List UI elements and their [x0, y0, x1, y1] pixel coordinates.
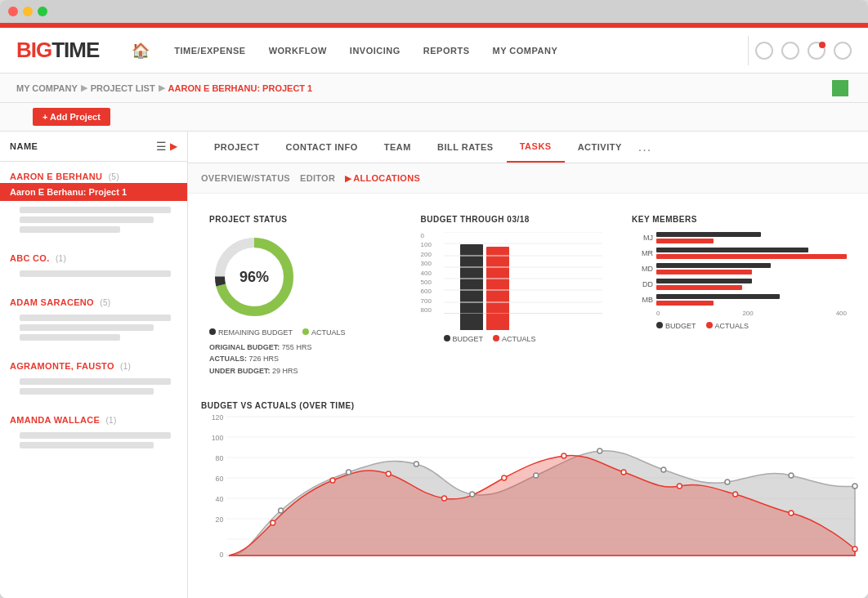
project-status-title: PROJECT STATUS — [209, 215, 391, 224]
subtab-allocations[interactable]: ALLOCATIONS — [353, 170, 430, 186]
sidebar-group-abcco: ABC CO. (1) — [0, 243, 187, 288]
svg-text:0: 0 — [219, 551, 223, 559]
sidebar-placeholder — [20, 378, 171, 385]
nav-icon-search[interactable] — [755, 42, 773, 60]
nav-icon-settings[interactable] — [834, 42, 852, 60]
donut-chart: 96% — [209, 232, 299, 322]
datapoint-budget — [789, 473, 794, 478]
sidebar-placeholder — [20, 207, 171, 213]
subtab-bar: OVERVIEW/STATUS EDITOR ▶ ALLOCATIONS — [188, 163, 868, 194]
donut-legend: REMAINING BUDGET ACTUALS — [209, 328, 346, 337]
area-chart-wrap: 120 100 80 60 40 20 0 — [201, 417, 855, 564]
hbar-row-mj: MJ — [638, 232, 847, 243]
remaining-legend: REMAINING BUDGET — [209, 328, 293, 337]
sidebar-group-title-abcco[interactable]: ABC CO. (1) — [0, 248, 187, 265]
budget-chart-title: BUDGET THROUGH 03/18 — [421, 215, 603, 224]
sidebar-arrow-icon: ▶ — [170, 141, 177, 152]
sidebar-name-label: NAME — [10, 141, 151, 151]
tab-bill-rates[interactable]: BILL RATES — [424, 132, 507, 162]
minimize-btn[interactable] — [23, 7, 33, 16]
tab-more-icon[interactable]: ... — [638, 140, 651, 154]
hbar-row-dd: DD — [638, 279, 847, 290]
datapoint — [852, 547, 857, 551]
tab-project[interactable]: PROJECT — [201, 132, 272, 162]
nav-icons — [755, 42, 852, 60]
sidebar-group-title-agramonte[interactable]: AGRAMONTE, FAUSTO (1) — [0, 356, 187, 373]
hbar-chart-wrap: MJ MR — [632, 232, 847, 330]
sidebar-group-title-amanda[interactable]: AMANDA WALLACE (1) — [0, 410, 187, 426]
nav-reports[interactable]: REPORTS — [412, 46, 481, 56]
nav-invoicing[interactable]: INVOICING — [338, 46, 412, 56]
sidebar-group-title-aaron[interactable]: AARON E BERHANU (5) — [0, 167, 187, 183]
nav-icon-notifications[interactable] — [808, 42, 825, 60]
hbar-actuals-md — [656, 270, 751, 274]
main-content: NAME ☰ ▶ AARON E BERHANU (5) Aaron E Ber… — [0, 132, 868, 598]
hbar-row-mb: MB — [638, 294, 847, 306]
add-project-button[interactable]: + Add Project — [33, 108, 110, 126]
datapoint — [677, 484, 682, 489]
sidebar-placeholder — [20, 334, 120, 341]
datapoint-budget — [534, 473, 539, 478]
bar-chart-area: 800 700 600 500 400 300 200 100 0 — [421, 232, 603, 330]
sidebar-placeholder — [20, 442, 154, 448]
tab-contact-info[interactable]: CONTACT INFO — [272, 132, 370, 162]
hbar-budget-mj — [656, 232, 761, 237]
nav-icon-user[interactable] — [781, 42, 799, 60]
hbar-bars-dd — [656, 279, 847, 290]
project-status-card: PROJECT STATUS — [201, 207, 400, 385]
hbar-budget-dd — [656, 279, 751, 283]
hbar-legend: BUDGET ACTUALS — [638, 322, 847, 330]
content-area: PROJECT CONTACT INFO TEAM BILL RATES TAS… — [188, 132, 868, 598]
subtab-editor[interactable]: EDITOR — [300, 170, 345, 186]
green-square — [832, 80, 848, 96]
logo-time: TIME — [51, 38, 99, 63]
area-actuals — [229, 456, 855, 556]
hbar-actuals-mj — [656, 239, 714, 243]
add-project-row: + Add Project — [0, 103, 868, 132]
breadcrumb-sep-2: ▶ — [159, 83, 165, 93]
bar-legend: BUDGET ACTUALS — [421, 335, 603, 343]
sidebar-item-aaron-project1[interactable]: Aaron E Berhanu: Project 1 — [0, 183, 187, 201]
breadcrumb-project-name: AARON E BERHANU: PROJECT 1 — [168, 83, 313, 93]
hbar-actuals-mb — [656, 301, 714, 306]
sidebar-list-icon[interactable]: ☰ — [156, 140, 167, 153]
tab-activity[interactable]: ACTIVITY — [565, 132, 635, 162]
dashboard: PROJECT STATUS — [188, 194, 868, 598]
actuals-legend: ACTUALS — [302, 328, 346, 337]
home-icon[interactable]: 🏠 — [132, 42, 150, 60]
datapoint-budget — [725, 480, 730, 484]
key-members-card: KEY MEMBERS MJ — [624, 207, 855, 385]
nav-workflow[interactable]: WORKFLOW — [257, 46, 338, 56]
sidebar-group-title-adam[interactable]: ADAM SARACENO (5) — [0, 292, 187, 309]
nav-my-company[interactable]: MY COMPANY — [481, 46, 569, 56]
sidebar-placeholder — [20, 324, 154, 331]
hbar-row-mr: MR — [638, 248, 847, 259]
subtab-overview[interactable]: OVERVIEW/STATUS — [201, 170, 300, 186]
sidebar-header: NAME ☰ ▶ — [0, 132, 187, 162]
sidebar-placeholder — [20, 270, 171, 277]
maximize-btn[interactable] — [38, 7, 47, 16]
hbar-bars-mj — [656, 232, 847, 243]
hbar-label-mr: MR — [638, 249, 653, 257]
datapoint — [733, 492, 738, 497]
hbar-actuals-mr — [656, 254, 847, 259]
svg-text:80: 80 — [216, 454, 224, 462]
sidebar-group-adam: ADAM SARACENO (5) — [0, 288, 187, 351]
nav-time-expense[interactable]: TIME/EXPENSE — [163, 46, 257, 56]
bar-grid-svg — [444, 232, 603, 314]
sidebar-placeholder — [20, 315, 171, 321]
datapoint — [386, 471, 391, 476]
budget-legend: BUDGET — [444, 335, 484, 343]
tab-bar: PROJECT CONTACT INFO TEAM BILL RATES TAS… — [188, 132, 868, 163]
tab-tasks[interactable]: TASKS — [507, 132, 565, 163]
close-btn[interactable] — [8, 7, 18, 16]
tab-team[interactable]: TEAM — [371, 132, 424, 162]
app-window: BIGTIME 🏠 TIME/EXPENSE WORKFLOW INVOICIN… — [0, 0, 868, 598]
hbar-actuals-dd — [656, 285, 742, 290]
breadcrumb-project-list[interactable]: PROJECT LIST — [91, 83, 155, 93]
budget-chart-card: BUDGET THROUGH 03/18 800 700 600 500 400… — [413, 207, 611, 385]
sidebar-group-aaron: AARON E BERHANU (5) Aaron E Berhanu: Pro… — [0, 162, 187, 243]
svg-text:100: 100 — [212, 434, 224, 442]
breadcrumb-my-company[interactable]: MY COMPANY — [16, 83, 78, 93]
sidebar-placeholder — [20, 388, 154, 395]
